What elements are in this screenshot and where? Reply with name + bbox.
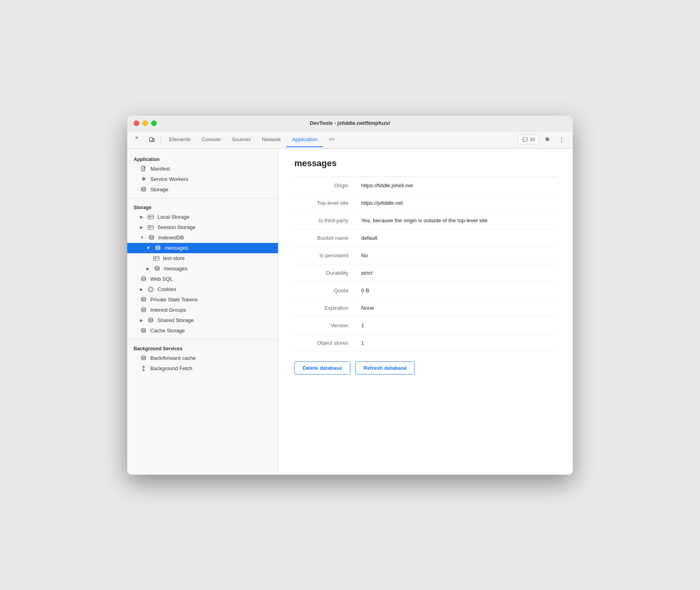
- toolbar-divider-1: [161, 136, 161, 144]
- cursor-icon: [135, 136, 142, 143]
- tab-bar: Elements Console Sources Network Applica…: [163, 132, 340, 147]
- button-row: Delete database Refresh database: [294, 361, 557, 375]
- maximize-button[interactable]: [151, 120, 157, 126]
- field-value: https://jsfiddle.net: [358, 194, 557, 212]
- minimize-button[interactable]: [142, 120, 148, 126]
- tab-more[interactable]: >>: [323, 132, 340, 147]
- svg-point-24: [151, 290, 152, 291]
- divider-1: [127, 198, 278, 198]
- settings-button[interactable]: [541, 133, 554, 146]
- svg-point-15: [150, 235, 154, 237]
- svg-point-26: [150, 290, 150, 290]
- db-icon-indexeddb: [148, 235, 155, 241]
- sidebar-item-shared-storage[interactable]: ▶ Shared Storage: [127, 315, 278, 326]
- close-button[interactable]: [134, 120, 139, 126]
- refresh-database-button[interactable]: Refresh database: [355, 361, 415, 375]
- table-row: Version1: [294, 316, 557, 334]
- field-label: Is third-party: [294, 212, 358, 229]
- tab-sources[interactable]: Sources: [226, 132, 257, 147]
- interest-groups-label: Interest Groups: [150, 307, 186, 313]
- sidebar-item-session-storage[interactable]: ▶ Session Storage: [127, 222, 278, 233]
- field-label: Durability: [294, 264, 358, 281]
- session-storage-label: Session Storage: [158, 224, 195, 230]
- sidebar-item-websql[interactable]: Web SQL: [127, 274, 278, 284]
- arrow-messages: ▼: [146, 246, 150, 250]
- arrow-messages-2: ▶: [146, 266, 150, 271]
- sidebar-item-cookies[interactable]: ▶ Cookies: [127, 284, 278, 295]
- sidebar-item-indexeddb[interactable]: ▼ IndexedDB: [127, 233, 278, 243]
- sidebar-item-messages-collapsed[interactable]: ▶ messages: [127, 264, 278, 274]
- sidebar-item-local-storage[interactable]: ▶ Local Storage: [127, 212, 278, 222]
- svg-point-27: [142, 297, 146, 299]
- sidebar-item-manifest[interactable]: Manifest: [127, 164, 278, 174]
- table-icon-session: [147, 224, 154, 231]
- svg-point-30: [142, 328, 146, 330]
- devtools-window: DevTools - jsfiddle.net/5tmpfuzv/ Elemen…: [127, 116, 573, 475]
- sidebar-item-messages-active[interactable]: ▼ messages: [127, 243, 278, 253]
- table-icon-test-store: [153, 255, 160, 262]
- field-label: Origin: [294, 177, 358, 194]
- divider-2: [127, 339, 278, 340]
- toolbar-right: 💬 10 ⋮: [518, 133, 568, 146]
- field-value: default: [358, 229, 557, 246]
- sidebar: Application Manifest: [127, 149, 278, 475]
- field-label: Top-level site: [294, 194, 358, 212]
- arrow-cookies: ▶: [140, 287, 143, 291]
- file-icon: [140, 166, 147, 172]
- delete-database-button[interactable]: Delete database: [294, 361, 350, 375]
- cookies-label: Cookies: [158, 286, 176, 292]
- field-value: 0 B: [358, 281, 557, 299]
- background-fetch-label: Background Fetch: [150, 365, 192, 371]
- db-icon-messages2: [154, 266, 161, 272]
- sidebar-item-storage-top[interactable]: Storage: [127, 184, 278, 195]
- tab-application[interactable]: Application: [286, 132, 323, 147]
- main-content: Application Manifest: [127, 149, 573, 475]
- backforward-label: Back/forward cache: [150, 355, 196, 361]
- svg-rect-0: [136, 137, 136, 138]
- svg-rect-2: [136, 138, 136, 139]
- db-icon-shared: [147, 317, 154, 324]
- sidebar-item-test-store[interactable]: test-store: [127, 253, 278, 264]
- sidebar-item-backforward-cache[interactable]: Back/forward cache: [127, 353, 278, 363]
- arrow-local-storage: ▶: [140, 215, 143, 219]
- detail-title: messages: [294, 158, 557, 169]
- updown-icon: [140, 365, 147, 372]
- field-value: strict: [358, 264, 557, 281]
- sidebar-item-interest-groups[interactable]: Interest Groups: [127, 305, 278, 315]
- svg-rect-17: [154, 256, 159, 260]
- table-row: ExpirationNone: [294, 299, 557, 316]
- db-icon-private-state: [140, 297, 147, 303]
- tab-network[interactable]: Network: [257, 132, 287, 147]
- detail-panel: messages Originhttps://fiddle.jshell.net…: [278, 149, 573, 475]
- tab-elements[interactable]: Elements: [163, 132, 196, 147]
- field-value: Yes, because the origin is outside of th…: [358, 212, 557, 229]
- cursor-icon-button[interactable]: [132, 133, 145, 146]
- db-icon-storage: [140, 186, 147, 193]
- messages-collapsed-label: messages: [164, 266, 187, 272]
- window-title: DevTools - jsfiddle.net/5tmpfuzv/: [310, 120, 390, 126]
- field-value: None: [358, 299, 557, 316]
- field-value: No: [358, 246, 557, 264]
- more-button[interactable]: ⋮: [555, 133, 568, 146]
- sidebar-item-private-state[interactable]: Private State Tokens: [127, 295, 278, 305]
- sidebar-item-service-workers[interactable]: Service Workers: [127, 174, 278, 184]
- db-icon-cache: [140, 328, 147, 334]
- websql-label: Web SQL: [150, 276, 173, 282]
- table-row: Object stores1: [294, 334, 557, 351]
- sidebar-item-cache-storage[interactable]: Cache Storage: [127, 326, 278, 336]
- svg-point-31: [142, 356, 146, 357]
- svg-point-20: [155, 266, 159, 268]
- chat-badge[interactable]: 💬 10: [518, 135, 539, 144]
- table-row: Quota0 B: [294, 281, 557, 299]
- device-icon-button[interactable]: [146, 133, 158, 146]
- db-icon-websql: [140, 276, 147, 282]
- cookie-icon: [147, 286, 154, 293]
- section-background: Background Services: [127, 343, 278, 353]
- test-store-label: test-store: [163, 255, 185, 261]
- svg-rect-9: [148, 215, 154, 219]
- sidebar-item-background-fetch[interactable]: Background Fetch: [127, 363, 278, 374]
- more-icon: ⋮: [558, 136, 565, 144]
- tab-console[interactable]: Console: [196, 132, 226, 147]
- field-label: Quota: [294, 281, 358, 299]
- svg-rect-1: [137, 137, 138, 138]
